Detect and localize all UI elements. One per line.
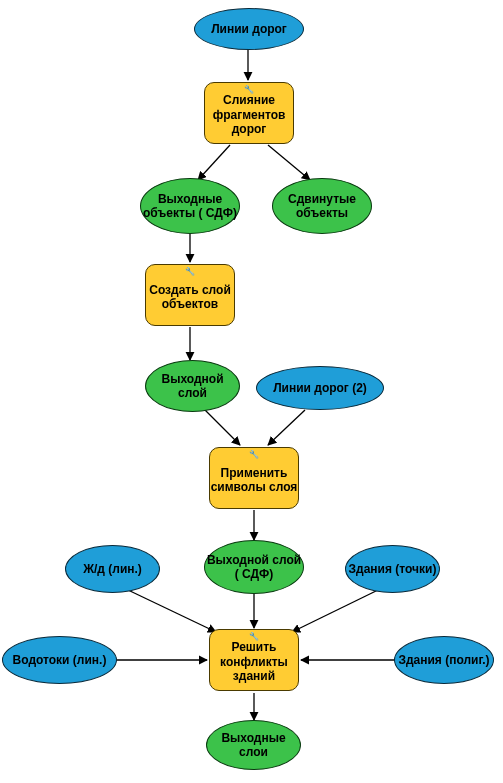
node-label: Водотоки (лин.) xyxy=(13,653,107,667)
node-output-objects-sdf: Выходные объекты ( СДФ) xyxy=(140,178,240,234)
svg-line-1 xyxy=(198,145,230,180)
svg-line-9 xyxy=(128,590,216,632)
node-label: Решить конфликты зданий xyxy=(210,640,298,683)
node-output-layers: Выходные слои xyxy=(206,720,301,770)
tool-merge-road-fragments: 🔧 Слияние фрагментов дорог xyxy=(204,82,294,144)
node-label: Линии дорог xyxy=(211,22,287,36)
node-output-layer-sdf: Выходной слой ( СДФ) xyxy=(204,540,304,594)
node-label: Создать слой объектов xyxy=(146,283,234,312)
node-label: Слияние фрагментов дорог xyxy=(205,93,293,136)
node-label: Выходной слой xyxy=(146,372,239,401)
node-label: Выходные объекты ( СДФ) xyxy=(141,192,239,221)
node-road-lines-2: Линии дорог (2) xyxy=(256,366,384,410)
node-label: Здания (полиг.) xyxy=(398,653,489,667)
tool-create-object-layer: 🔧 Создать слой объектов xyxy=(145,264,235,326)
node-railways-lines: Ж/д (лин.) xyxy=(65,545,160,593)
node-label: Сдвинутые объекты xyxy=(273,192,371,221)
svg-line-6 xyxy=(268,410,305,445)
node-buildings-points: Здания (точки) xyxy=(345,545,440,593)
node-watercourses-lines: Водотоки (лин.) xyxy=(2,636,117,684)
node-label: Применить символы слоя xyxy=(210,466,298,495)
node-label: Линии дорог (2) xyxy=(273,381,367,395)
node-output-layer: Выходной слой xyxy=(145,360,240,412)
tool-resolve-building-conflicts: 🔧 Решить конфликты зданий xyxy=(209,629,299,691)
node-road-lines: Линии дорог xyxy=(194,8,304,50)
node-label: Выходные слои xyxy=(207,731,300,760)
svg-line-10 xyxy=(292,590,378,632)
node-shifted-objects: Сдвинутые объекты xyxy=(272,178,372,234)
tool-apply-layer-symbols: 🔧 Применить символы слоя xyxy=(209,447,299,509)
node-label: Выходной слой ( СДФ) xyxy=(205,553,303,582)
svg-line-5 xyxy=(205,410,240,445)
node-label: Здания (точки) xyxy=(349,562,437,576)
node-buildings-polygons: Здания (полиг.) xyxy=(394,636,494,684)
node-label: Ж/д (лин.) xyxy=(83,562,142,576)
hammer-icon: 🔧 xyxy=(185,267,195,277)
svg-line-2 xyxy=(268,145,310,180)
hammer-icon: 🔧 xyxy=(249,450,259,460)
